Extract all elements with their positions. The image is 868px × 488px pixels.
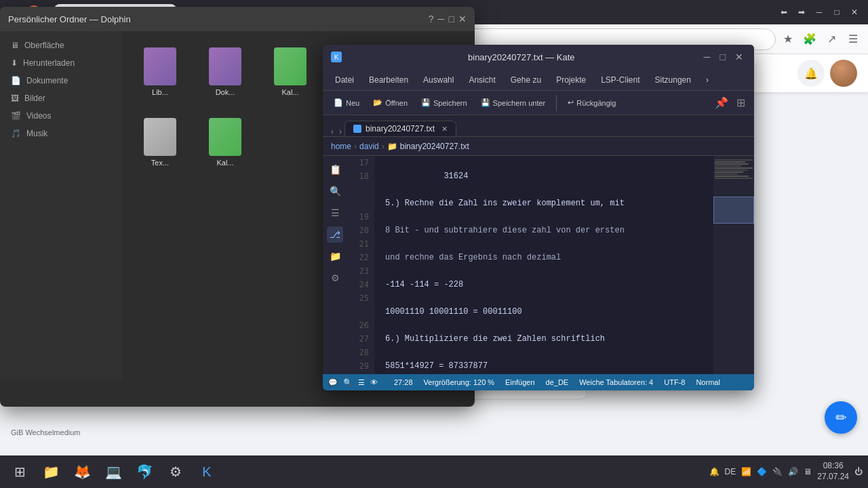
panel-list-icon[interactable]: ☰: [327, 205, 343, 221]
panel-settings-icon[interactable]: ⚙: [327, 270, 343, 286]
notifications-button[interactable]: 🔔: [797, 60, 825, 87]
kate-window-icon-area: K: [331, 52, 342, 62]
browser-forward-button-titlebar[interactable]: ➡: [793, 4, 810, 20]
taskbar-kate-button[interactable]: K: [193, 458, 221, 486]
toolbar-layout-button[interactable]: ⊞: [732, 95, 749, 111]
tray-display-icon[interactable]: 🖥: [804, 467, 812, 476]
sidebar-bilder[interactable]: 🖼 Bilder: [0, 89, 122, 107]
file-item[interactable]: Tex...: [133, 113, 187, 172]
new-post-button[interactable]: ✏: [825, 401, 857, 434]
sidebar-musik[interactable]: 🎵 Musik: [0, 125, 122, 142]
browser-back-button-titlebar[interactable]: ⬅: [776, 4, 792, 20]
statusbar-preview-icon[interactable]: 👁: [370, 378, 378, 386]
tray-bluetooth-icon[interactable]: 🔷: [757, 467, 767, 476]
breadcrumb-home[interactable]: home: [331, 142, 351, 151]
tray-notification-icon[interactable]: 🔔: [709, 467, 719, 476]
panel-git-icon[interactable]: ⎇: [327, 226, 343, 243]
taskbar-settings-button[interactable]: ⚙: [161, 458, 190, 486]
taskbar: ⊞ 📁 🦊 💻 🐬 ⚙ K 🔔 DE 📶 🔷 🔌 🔊 🖥 08:36 27.07…: [0, 455, 868, 488]
panel-files-icon[interactable]: 📁: [327, 248, 343, 264]
breadcrumb-david[interactable]: david: [359, 142, 379, 151]
statusbar-view-icon[interactable]: ☰: [358, 378, 365, 387]
toolbar-ruckgangig[interactable]: ↩ Rückgängig: [562, 96, 621, 110]
tab-next-button[interactable]: ›: [336, 127, 344, 136]
tab-prev-button[interactable]: ‹: [328, 127, 336, 136]
file-tab-icon: [353, 125, 361, 133]
statusbar-lang: de_DE: [546, 378, 569, 386]
toolbar-offnen[interactable]: 📂 Öffnen: [368, 96, 413, 110]
open-icon: 📂: [373, 98, 382, 107]
taskbar-terminal-button[interactable]: 💻: [99, 458, 127, 486]
kate-maximize-button[interactable]: □: [717, 52, 728, 62]
breadcrumb-sep-2: ›: [382, 142, 384, 151]
menu-gehe-zu[interactable]: Gehe zu: [504, 73, 548, 87]
file-item[interactable]: Kal...: [198, 113, 252, 172]
toolbar-speichern[interactable]: 💾 Speichern: [416, 96, 473, 110]
taskbar-start-button[interactable]: ⊞: [5, 458, 34, 486]
file-label: Kal...: [216, 159, 233, 167]
kate-window: K binary20240727.txt — Kate ─ □ ✕ Datei …: [323, 45, 754, 390]
file-label: Dok...: [216, 88, 235, 96]
breadcrumb-file[interactable]: binary20240727.txt: [400, 142, 469, 151]
kate-code-area[interactable]: 31624 5.) Rechne die Zahl ins zweier kom…: [374, 156, 713, 374]
kate-menubar: Datei Bearbeiten Auswahl Ansicht Gehe zu…: [323, 69, 754, 91]
file-label: Tex...: [151, 159, 169, 167]
menu-bearbeiten[interactable]: Bearbeiten: [362, 73, 415, 87]
statusbar-mode-icon[interactable]: 💬: [328, 378, 338, 387]
sidebar-videos[interactable]: 🎬 Videos: [0, 107, 122, 125]
statusbar-zoom-icon[interactable]: 🔍: [343, 378, 353, 387]
kate-line-numbers: 17 18 ↵ ↵ 19 20 21 22 23 24 25 ↵ 26 27 2…: [347, 156, 374, 374]
tray-network-icon[interactable]: 📶: [741, 467, 751, 476]
menu-auswahl[interactable]: Auswahl: [416, 73, 460, 87]
sidebar-dokumente[interactable]: 📄 Dokumente: [0, 72, 122, 89]
kate-tab-bar: ‹ › binary20240727.txt ✕: [323, 115, 754, 137]
tray-power-icon[interactable]: ⏻: [854, 467, 863, 476]
browser-minimize-button[interactable]: ─: [811, 4, 827, 20]
file-item[interactable]: Dok...: [198, 42, 252, 102]
menu-icon[interactable]: ☰: [844, 30, 863, 49]
menu-datei[interactable]: Datei: [328, 73, 361, 87]
taskbar-dolphin-button[interactable]: 🐬: [130, 458, 159, 486]
kate-minimize-button[interactable]: ─: [701, 52, 713, 62]
taskbar-firefox-button[interactable]: 🦊: [68, 458, 96, 486]
save-as-icon: 💾: [481, 98, 490, 107]
menu-sitzungen[interactable]: Sitzungen: [648, 73, 698, 87]
taskbar-files-button[interactable]: 📁: [37, 458, 65, 486]
file-item[interactable]: Kal...: [263, 42, 317, 102]
taskbar-clock[interactable]: 08:36 27.07.24: [817, 461, 849, 482]
dolphin-close-button[interactable]: ✕: [458, 14, 467, 24]
tray-usb-icon[interactable]: 🔌: [772, 467, 783, 476]
sidebar-herunterladen[interactable]: ⬇ Herunterladen: [0, 54, 122, 72]
toolbar-pin-button[interactable]: 📌: [713, 95, 730, 111]
toolbar-speichern-unter[interactable]: 💾 Speichern unter: [475, 96, 551, 110]
panel-clipboard-icon[interactable]: 📋: [327, 161, 343, 178]
sidebar-oberflache[interactable]: 🖥 Oberfläche: [0, 37, 122, 54]
user-avatar[interactable]: [830, 60, 857, 87]
toolbar-neu[interactable]: 📄 Neu: [328, 96, 365, 110]
tray-volume-icon[interactable]: 🔊: [788, 467, 798, 476]
menu-lsp-client[interactable]: LSP-Client: [594, 73, 646, 87]
kate-tab-close[interactable]: ✕: [441, 125, 448, 134]
undo-icon: ↩: [568, 98, 574, 107]
dolphin-maximize-button[interactable]: □: [449, 14, 454, 24]
kate-title-text: binary20240727.txt — Kate: [342, 52, 701, 62]
extensions-icon[interactable]: 🧩: [800, 30, 819, 49]
menu-more[interactable]: ›: [699, 73, 715, 87]
bookmarks-icon[interactable]: ★: [778, 30, 797, 49]
share-icon[interactable]: ↗: [822, 30, 841, 49]
menu-ansicht[interactable]: Ansicht: [462, 73, 502, 87]
kate-close-button[interactable]: ✕: [732, 52, 746, 62]
dolphin-help-button[interactable]: ?: [429, 14, 434, 24]
dolphin-minimize-button[interactable]: ─: [438, 14, 445, 24]
browser-close-button[interactable]: ✕: [846, 4, 863, 20]
panel-search-icon[interactable]: 🔍: [327, 183, 343, 199]
kate-left-panel: 📋 🔍 ☰ ⎇ 📁 ⚙: [323, 156, 347, 374]
statusbar-indent: Weiche Tabulatoren: 4: [579, 378, 653, 386]
kate-statusbar: 💬 🔍 ☰ 👁 27:28 Vergrößerung: 120 % Einfüg…: [323, 374, 754, 390]
tray-keyboard-layout[interactable]: DE: [725, 467, 736, 476]
toolbar-right-buttons: 📌 ⊞: [713, 95, 749, 111]
menu-projekte[interactable]: Projekte: [549, 73, 593, 87]
file-item[interactable]: Lib...: [133, 42, 187, 102]
browser-maximize-button[interactable]: □: [829, 4, 845, 20]
kate-active-tab[interactable]: binary20240727.txt ✕: [344, 121, 456, 136]
